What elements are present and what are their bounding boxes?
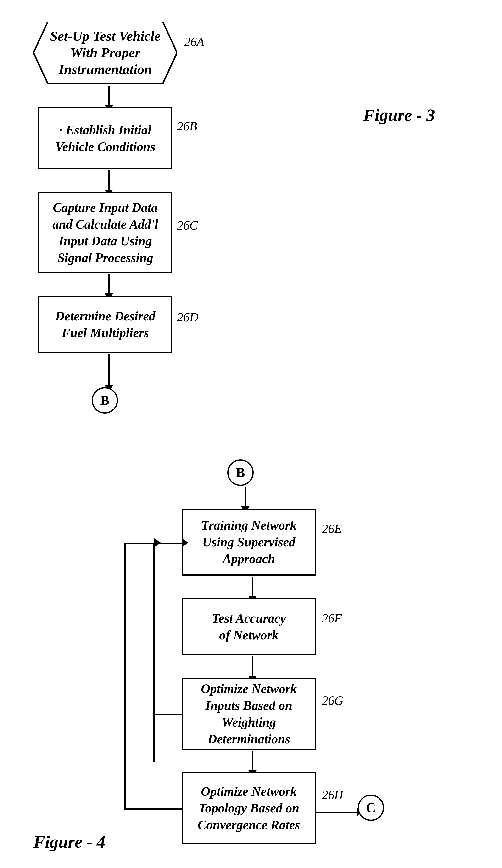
feedback-arrow-to-26e-1 <box>182 538 189 547</box>
box-26f: Test Accuracy of Network <box>182 598 316 655</box>
feedback-line-h-bot2 <box>124 808 182 809</box>
ref-26A: 26A <box>184 35 204 49</box>
feedback-line-v2 <box>124 543 126 809</box>
feedback-line-h-top2 <box>124 543 182 544</box>
box-26h: Optimize Network Topology Based on Conve… <box>182 772 316 844</box>
svg-marker-0 <box>33 22 177 84</box>
connector-c: C <box>358 795 384 821</box>
arrow-26h-to-c <box>316 808 363 816</box>
page: Figure - 3 Set-Up Test Vehicle With Prop… <box>0 0 502 868</box>
ref-26C: 26C <box>177 218 198 232</box>
feedback-arrow-to-26e-2 <box>154 538 161 547</box>
ref-26D: 26D <box>177 310 199 324</box>
arrow-26d-to-b <box>105 354 113 392</box>
box-26d: Determine Desired Fuel Multipliers <box>38 296 172 353</box>
feedback-line-v1 <box>153 543 155 762</box>
box-26e: Training Network Using Supervised Approa… <box>182 508 316 576</box>
ref-26E: 26E <box>322 522 342 536</box>
figure-3-label: Figure - 3 <box>363 105 435 125</box>
ref-26F: 26F <box>322 611 342 625</box>
start-hexagon <box>33 22 177 84</box>
figure-4-container: Figure - 4 B Training Network Using Supe… <box>19 459 483 868</box>
feedback-line-h-mid <box>153 714 182 715</box>
box-26g: Optimize Network Inputs Based on Weighti… <box>182 678 316 750</box>
figure-3-container: Figure - 3 Set-Up Test Vehicle With Prop… <box>19 14 483 445</box>
ref-26G: 26G <box>322 693 343 707</box>
box-26b: · Establish Initial Vehicle Conditions <box>38 107 172 169</box>
box-26c: Capture Input Data and Calculate Add'l I… <box>38 192 172 273</box>
figure-4-label: Figure - 4 <box>33 832 105 852</box>
ref-26H: 26H <box>322 788 343 802</box>
connector-b-fig3: B <box>92 387 118 414</box>
connector-b-fig4: B <box>227 459 254 486</box>
ref-26B: 26B <box>177 119 197 133</box>
